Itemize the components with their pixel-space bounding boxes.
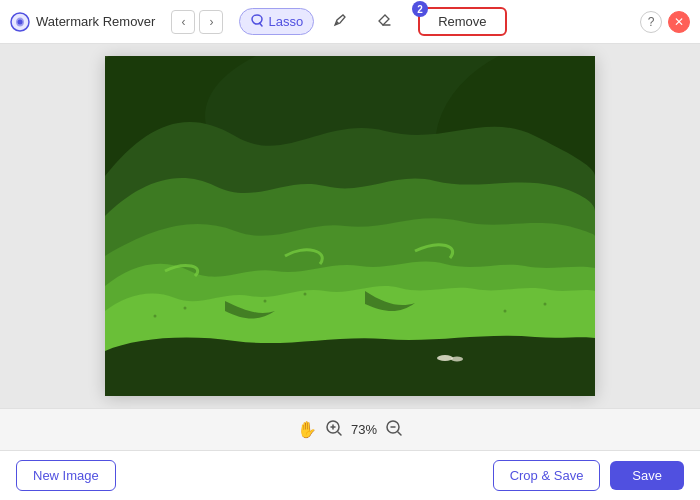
pen-tool-button[interactable] <box>322 8 358 35</box>
svg-point-11 <box>184 307 187 310</box>
back-button[interactable]: ‹ <box>171 10 195 34</box>
lasso-icon <box>250 13 264 30</box>
app-logo-icon <box>10 12 30 32</box>
svg-point-13 <box>304 293 307 296</box>
footer: New Image Crop & Save Save <box>0 450 700 500</box>
help-button[interactable]: ? <box>640 11 662 33</box>
app-title: Watermark Remover <box>36 14 155 29</box>
svg-point-8 <box>437 355 453 361</box>
forward-button[interactable]: › <box>199 10 223 34</box>
lasso-tool-button[interactable]: Lasso <box>239 8 314 35</box>
status-bar: ✋ 73% <box>0 408 700 450</box>
svg-point-10 <box>154 315 157 318</box>
crop-save-button[interactable]: Crop & Save <box>493 460 601 491</box>
hand-icon[interactable]: ✋ <box>297 420 317 439</box>
remove-button[interactable]: Remove <box>418 7 506 36</box>
eraser-icon <box>376 12 392 31</box>
svg-line-19 <box>338 432 341 435</box>
zoom-value: 73% <box>351 422 377 437</box>
lasso-label: Lasso <box>268 14 303 29</box>
title-bar-left: Watermark Remover ‹ › Lasso <box>10 7 640 36</box>
svg-point-1 <box>18 19 23 24</box>
svg-point-9 <box>451 357 463 362</box>
new-image-button[interactable]: New Image <box>16 460 116 491</box>
close-button[interactable]: ✕ <box>668 11 690 33</box>
pen-icon <box>332 12 348 31</box>
zoom-out-icon[interactable] <box>385 419 403 441</box>
svg-point-12 <box>264 300 267 303</box>
zoom-in-icon[interactable] <box>325 419 343 441</box>
remove-button-wrap: 2 Remove <box>418 7 506 36</box>
main-content <box>0 44 700 408</box>
svg-point-15 <box>544 303 547 306</box>
image-canvas <box>105 56 595 396</box>
eraser-tool-button[interactable] <box>366 8 402 35</box>
save-button[interactable]: Save <box>610 461 684 490</box>
title-bar: Watermark Remover ‹ › Lasso <box>0 0 700 44</box>
footer-right: Crop & Save Save <box>493 460 684 491</box>
landscape-image <box>105 56 595 396</box>
svg-point-14 <box>504 310 507 313</box>
svg-line-2 <box>260 23 263 26</box>
nav-buttons: ‹ › <box>171 10 223 34</box>
zoom-control: ✋ 73% <box>297 419 403 441</box>
svg-line-22 <box>398 432 401 435</box>
window-controls: ? ✕ <box>640 11 690 33</box>
toolbar-tools: Lasso <box>239 7 506 36</box>
